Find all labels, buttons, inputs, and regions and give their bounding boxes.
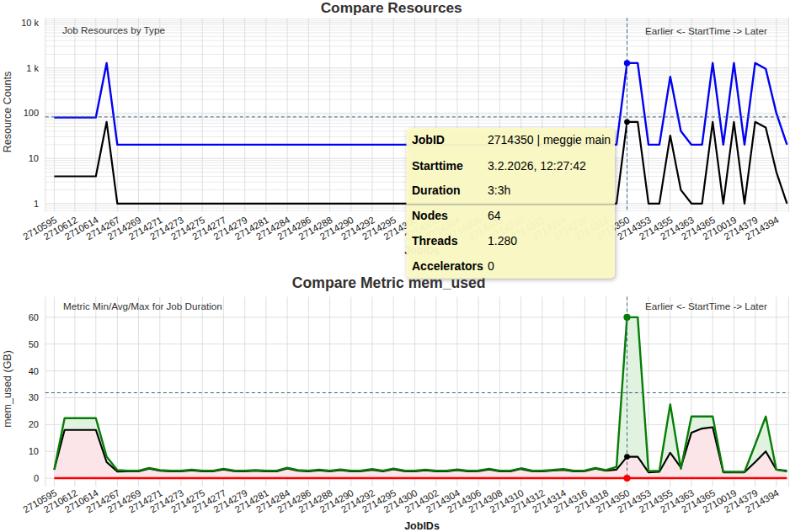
svg-text:60: 60 — [29, 312, 39, 322]
svg-text:Duration: Duration — [412, 184, 461, 197]
svg-text:10 k: 10 k — [21, 18, 39, 28]
svg-text:20: 20 — [29, 419, 39, 429]
svg-text:Metric Min/Avg/Max for Job Dur: Metric Min/Avg/Max for Job Duration — [63, 301, 222, 311]
svg-text:1 k: 1 k — [26, 63, 39, 73]
svg-text:Compare Resources: Compare Resources — [321, 0, 462, 16]
svg-text:1: 1 — [34, 199, 39, 209]
svg-text:Accelerators: Accelerators — [412, 259, 483, 273]
svg-text:mem_used (GB): mem_used (GB) — [2, 350, 13, 428]
svg-text:3.2.2026, 12:27:42: 3.2.2026, 12:27:42 — [488, 159, 586, 173]
svg-text:64: 64 — [488, 209, 501, 222]
svg-text:Job Resources by Type: Job Resources by Type — [62, 24, 165, 35]
svg-text:0: 0 — [488, 259, 494, 273]
svg-text:10: 10 — [29, 446, 39, 456]
svg-text:Earlier <- StartTime -> Later: Earlier <- StartTime -> Later — [645, 25, 767, 36]
svg-text:3:3h: 3:3h — [488, 184, 510, 197]
svg-text:Nodes: Nodes — [412, 209, 448, 222]
svg-text:Starttime: Starttime — [412, 159, 463, 173]
svg-text:JobID: JobID — [412, 133, 445, 146]
svg-text:40: 40 — [29, 366, 39, 376]
svg-text:Earlier <- StartTime -> Later: Earlier <- StartTime -> Later — [645, 301, 767, 311]
svg-text:Threads: Threads — [412, 234, 458, 247]
svg-text:JobIDs: JobIDs — [404, 520, 440, 532]
svg-text:0: 0 — [34, 473, 39, 483]
svg-text:50: 50 — [29, 339, 39, 349]
svg-text:2714350 | meggie main: 2714350 | meggie main — [488, 133, 611, 146]
svg-text:30: 30 — [29, 392, 39, 402]
svg-text:1.280: 1.280 — [488, 234, 517, 247]
svg-text:100: 100 — [24, 108, 39, 118]
svg-text:10: 10 — [29, 153, 39, 163]
svg-text:Resource Counts: Resource Counts — [2, 72, 13, 153]
